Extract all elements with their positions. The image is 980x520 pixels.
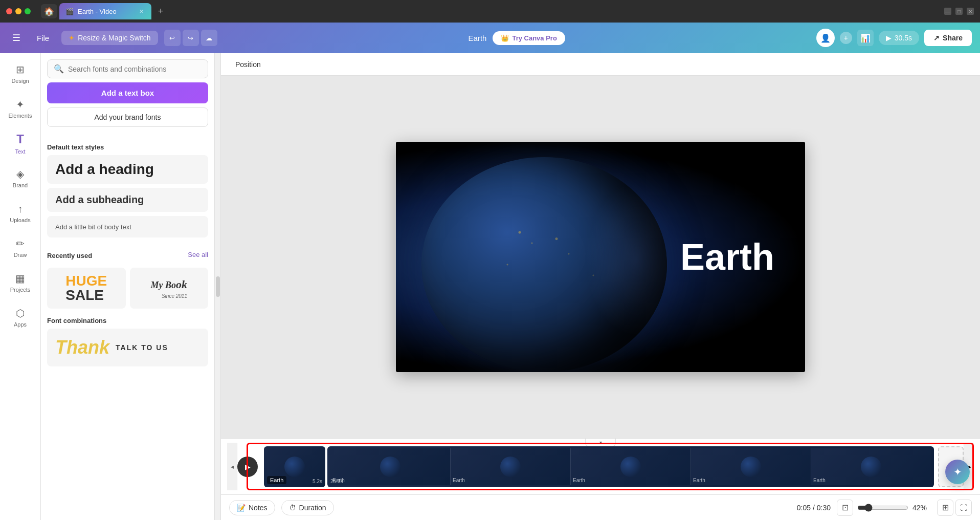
timeline-arrow-left[interactable]: ◂ [227, 443, 237, 490]
new-tab-btn[interactable]: + [153, 4, 168, 18]
canvas-slide[interactable]: Earth [396, 142, 805, 372]
huge-sale-font-preview[interactable]: HUGESALE [47, 268, 126, 309]
share-btn[interactable]: ↗ Share [924, 30, 972, 46]
duration-icon: ⏱ [289, 504, 296, 512]
toolbar-right: 👤 + 📊 ▶ 30.5s ↗ Share [816, 29, 972, 47]
elements-icon: ✦ [16, 98, 25, 111]
file-menu-btn[interactable]: File [31, 31, 55, 46]
clip-thumb-1: Earth [330, 448, 451, 485]
timeline-clip-2[interactable]: Earth Earth Earth [327, 446, 934, 487]
slide-title: Earth [680, 236, 774, 278]
panel-collapse-edge[interactable] [215, 53, 221, 520]
tab-close-btn[interactable]: ✕ [137, 7, 145, 15]
design-label: Design [11, 78, 29, 84]
timeline: ▾ ◂ ▶ Earth 5.2s [221, 438, 980, 494]
brand-fonts-btn[interactable]: Add your brand fonts [47, 107, 208, 127]
crown-icon: 👑 [501, 34, 509, 42]
share-icon: ↗ [933, 34, 940, 42]
fullscreen-btn[interactable]: ⛶ [955, 500, 972, 516]
my-book-text: My Book Since 2011 [151, 278, 188, 299]
canva-ai-btn[interactable]: ✦ [945, 460, 970, 484]
active-tab[interactable]: 🎬 Earth - Video ✕ [59, 3, 151, 19]
sidebar-item-apps[interactable]: ⬡ Apps [4, 301, 37, 334]
main-content: ⊞ Design ✦ Elements T Text ◈ Brand ↑ Upl… [0, 53, 980, 520]
time-total: 0:30 [817, 504, 831, 512]
position-btn[interactable]: Position [229, 57, 267, 72]
thumb-earth-4 [741, 457, 761, 477]
maximize-window-btn[interactable] [25, 8, 31, 14]
duration-label: Duration [299, 504, 326, 512]
home-tab-btn[interactable]: 🏠 [41, 4, 57, 18]
sidebar-item-elements[interactable]: ✦ Elements [4, 92, 37, 125]
fit-page-btn[interactable]: ⊡ [837, 500, 853, 516]
user-avatar[interactable]: 👤 [816, 29, 835, 47]
draw-label: Draw [14, 252, 27, 258]
clip-1-duration: 5.2s [313, 479, 322, 484]
canvas-viewport[interactable]: Earth ↻ [221, 76, 980, 438]
minimize-window-btn[interactable] [15, 8, 21, 14]
time-separator: / [813, 504, 817, 512]
timeline-clip-1[interactable]: Earth 5.2s [264, 446, 325, 487]
undo-btn[interactable]: ↩ [164, 30, 181, 46]
panel-header: 🔍 Add a text box Add your brand fonts [41, 53, 214, 137]
sidebar-item-uploads[interactable]: ↑ Uploads [4, 197, 37, 229]
huge-sale-text: HUGESALE [65, 274, 107, 302]
clip-1-thumbnail [284, 457, 305, 477]
play-preview-btn[interactable]: ▶ 30.5s [879, 31, 919, 45]
my-book-font-preview[interactable]: My Book Since 2011 [130, 268, 209, 309]
search-box[interactable]: 🔍 [47, 59, 208, 78]
font-combinations-title: Font combinations [47, 317, 208, 324]
resize-magic-switch-btn[interactable]: ✦ Resize & Magic Switch [61, 31, 158, 45]
search-input[interactable] [68, 65, 202, 73]
talk-to-us-text: TALK TO US [116, 343, 168, 352]
hamburger-menu-btn[interactable]: ☰ [8, 30, 25, 46]
duration-btn[interactable]: ⏱ Duration [281, 500, 334, 515]
window-controls-group [6, 8, 31, 14]
toolbar: ☰ File ✦ Resize & Magic Switch ↩ ↪ ☁ Ear… [0, 23, 980, 53]
clip-thumb-2: Earth [451, 448, 571, 485]
analytics-btn[interactable]: 📊 [857, 30, 874, 46]
body-style-item[interactable]: Add a little bit of body text [47, 216, 208, 237]
sidebar-item-draw[interactable]: ✏ Draw [4, 231, 37, 264]
subheading-label: Add a subheading [55, 194, 144, 205]
restore-btn[interactable]: □ [955, 8, 963, 15]
thank-text: Thank [55, 337, 109, 358]
canvas-toolbar: Position [221, 53, 980, 76]
close-btn[interactable]: ✕ [967, 8, 974, 15]
timeline-clips: Earth 5.2s Earth Earth [264, 446, 964, 487]
timeline-play-btn[interactable]: ▶ [237, 457, 258, 477]
earth-globe [421, 157, 667, 372]
close-window-btn[interactable] [6, 8, 12, 14]
sidebar-item-projects[interactable]: ▦ Projects [4, 266, 37, 299]
thumb-earth-3 [620, 457, 641, 477]
share-label: Share [943, 34, 963, 42]
clip-thumb-3: Earth [571, 448, 691, 485]
clip-thumb-4: Earth [691, 448, 811, 485]
recently-used-title: Recently used [47, 252, 92, 259]
toolbar-center: Earth 👑 Try Canva Pro [224, 31, 810, 45]
add-textbox-btn[interactable]: Add a text box [47, 82, 208, 103]
heading-style-item[interactable]: Add a heading [47, 155, 208, 184]
project-name[interactable]: Earth [469, 34, 487, 42]
sidebar-item-text[interactable]: T Text [4, 127, 37, 160]
zoom-slider[interactable] [857, 504, 908, 512]
sidebar-item-design[interactable]: ⊞ Design [4, 57, 37, 90]
brand-label: Brand [13, 182, 28, 188]
add-collaborator-btn[interactable]: + [840, 32, 852, 44]
sidebar-item-brand[interactable]: ◈ Brand [4, 162, 37, 194]
redo-btn[interactable]: ↪ [183, 30, 199, 46]
try-pro-btn[interactable]: 👑 Try Canva Pro [493, 31, 565, 45]
body-label: Add a little bit of body text [55, 223, 131, 231]
see-all-btn[interactable]: See all [188, 251, 208, 258]
time-current: 0:05 [797, 504, 811, 512]
font-combo-thank[interactable]: Thank TALK TO US [47, 329, 208, 366]
subheading-style-item[interactable]: Add a subheading [47, 188, 208, 212]
minimize-btn[interactable]: — [944, 8, 951, 15]
save-btn[interactable]: ☁ [201, 30, 217, 46]
grid-view-btn[interactable]: ⊞ [937, 500, 953, 516]
os-window-controls: — □ ✕ [944, 8, 974, 15]
brand-icon: ◈ [16, 168, 24, 180]
sidebar-nav: ⊞ Design ✦ Elements T Text ◈ Brand ↑ Upl… [0, 53, 41, 520]
timeline-inner: ◂ ▶ Earth 5.2s Earth [221, 439, 980, 494]
notes-btn[interactable]: 📝 Notes [229, 500, 275, 515]
